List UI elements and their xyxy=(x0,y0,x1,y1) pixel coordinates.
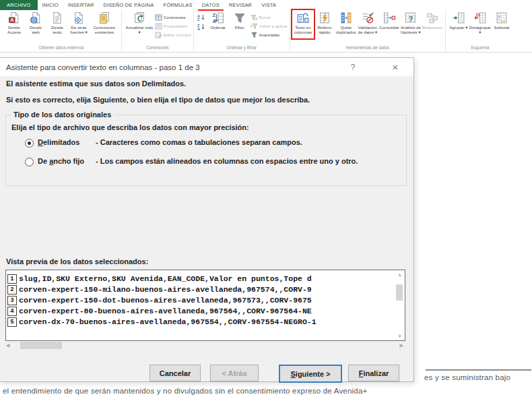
dialog-titlebar[interactable]: Asistente para convertir texto en column… xyxy=(0,58,413,76)
filter-funnel-icon xyxy=(233,11,246,24)
tab-diseno-de-pagina[interactable]: DISEÑO DE PÁGINA xyxy=(99,0,159,10)
relaciones-button[interactable]: Relaciones xyxy=(422,10,443,30)
group-obtener-datos-externos: A Desde Access Desde web Desde texto De … xyxy=(1,10,121,51)
preview-horizontal-scrollbar[interactable]: < > xyxy=(5,341,404,350)
row-number: 4 xyxy=(7,307,17,316)
edit-links-icon xyxy=(155,32,162,38)
volver-a-aplicar-button[interactable]: Volver a aplicar xyxy=(251,22,288,30)
vertical-scroll-thumb[interactable] xyxy=(396,284,403,301)
fixed-width-radio-option[interactable]: De ancho fijo - Los campos están alinead… xyxy=(25,157,392,166)
connections-icon xyxy=(155,14,162,21)
group-herramientas-de-datos: Texto en columnas Relleno rápido Quitar … xyxy=(290,10,445,51)
de-otras-fuentes-button[interactable]: De otras fuentes ▾ xyxy=(68,10,90,35)
row-number: 5 xyxy=(7,317,17,327)
svg-text:?: ? xyxy=(409,15,413,23)
delimited-radio-button[interactable] xyxy=(25,139,34,148)
editar-vinculos-button[interactable]: Editar vínculos xyxy=(155,30,191,39)
group-ordenar-y-filtrar: AZ ZA ZA Ordenar Filtro Borrar xyxy=(193,10,290,51)
preview-row: 2 corven-expert-150-milano-buenos-aires-… xyxy=(7,284,405,294)
fixed-width-radio-label: De ancho fijo xyxy=(38,157,96,165)
avanzadas-button[interactable]: Avanzadas xyxy=(251,30,288,39)
data-validation-icon xyxy=(361,11,374,24)
access-file-icon: A xyxy=(7,11,21,24)
analisis-de-hipotesis-button[interactable]: ? Análisis de hipótesis ▾ xyxy=(400,10,422,35)
group-label: Esquema xyxy=(448,44,512,51)
conexiones-button[interactable]: Conexiones xyxy=(155,13,191,22)
wizard-intro-line1: El asistente estima que sus datos son De… xyxy=(6,80,186,88)
refresh-all-icon xyxy=(133,11,146,24)
preview-row: 1 slug,ID,SKU Externo,SKU Avenida,EAN_CO… xyxy=(7,274,405,284)
cancel-button[interactable]: Cancelar xyxy=(149,365,201,381)
relleno-rapido-button[interactable]: Relleno rápido xyxy=(314,10,335,35)
scroll-down-icon[interactable]: < xyxy=(398,332,401,340)
background-text-fragment: es y se suministran bajo xyxy=(424,373,510,381)
delimited-radio-label: Delimitados xyxy=(38,138,96,146)
row-text: corven-expert-150-dot-buenos-aires-avell… xyxy=(19,296,312,305)
actualizar-todo-button[interactable]: Actualizar todo ▾ xyxy=(124,10,155,35)
group-cells-icon xyxy=(452,11,465,24)
text-to-columns-icon xyxy=(296,11,310,24)
group-esquema: Agrupar ▾ Desagrupar ▾ +- Subtotal Esque… xyxy=(445,10,514,51)
svg-text:A: A xyxy=(197,27,200,31)
row-number: 2 xyxy=(7,285,17,294)
preview-vertical-scrollbar[interactable]: < < xyxy=(395,271,404,340)
consolidar-button[interactable]: Consolidar xyxy=(378,10,400,30)
scroll-right-icon[interactable]: > xyxy=(399,341,403,350)
desde-access-button[interactable]: A Desde Access xyxy=(3,10,25,35)
delimited-radio-option[interactable]: Delimitados - Caracteres como comas o ta… xyxy=(25,138,392,148)
filtro-button[interactable]: Filtro xyxy=(229,10,251,30)
sort-az-ascending-button[interactable]: AZ xyxy=(196,13,206,22)
fixed-width-description: - Los campos están alineados en columnas… xyxy=(96,157,392,165)
tab-revisar[interactable]: REVISAR xyxy=(224,0,257,10)
scroll-up-icon[interactable]: < xyxy=(398,271,401,279)
texto-en-columnas-button[interactable]: Texto en columnas xyxy=(292,10,314,35)
what-if-analysis-icon: ? xyxy=(404,11,418,24)
groupbox-legend: Tipo de los datos originales xyxy=(11,111,114,119)
horizontal-scroll-thumb[interactable] xyxy=(20,342,62,349)
group-label: Herramientas de datos xyxy=(292,44,443,51)
scroll-left-icon[interactable]: < xyxy=(7,341,10,350)
tab-datos[interactable]: DATOS xyxy=(197,0,224,10)
finish-button[interactable]: Finalizar xyxy=(348,365,399,381)
borrar-filtro-button[interactable]: Borrar xyxy=(251,13,288,22)
remove-duplicates-icon xyxy=(339,11,353,24)
background-text-line: el entendimiento de que serán mantenidos… xyxy=(3,387,367,395)
desde-texto-button[interactable]: Desde texto xyxy=(46,10,68,35)
tab-inicio[interactable]: INICIO xyxy=(38,0,63,10)
wizard-intro-line2: Si esto es correcto, elija Siguiente, o … xyxy=(6,96,310,104)
group-label: Obtener datos externos xyxy=(3,44,119,51)
help-button[interactable]: ? xyxy=(343,58,363,76)
ungroup-cells-icon xyxy=(473,11,487,24)
group-label: Ordenar y filtrar xyxy=(196,44,288,51)
original-data-type-groupbox: Tipo de los datos originales Elija el ti… xyxy=(5,115,407,186)
text-to-columns-wizard-dialog: Asistente para convertir texto en column… xyxy=(0,57,414,382)
next-button[interactable]: Siguiente > xyxy=(279,365,342,383)
desde-web-button[interactable]: Desde web xyxy=(25,10,46,35)
sort-dialog-icon: ZA xyxy=(211,11,225,24)
flash-fill-icon xyxy=(318,11,331,24)
quitar-duplicados-button[interactable]: Quitar duplicados xyxy=(335,10,357,35)
agrupar-button[interactable]: Agrupar ▾ xyxy=(448,10,469,30)
propiedades-button[interactable]: Propiedades xyxy=(155,22,191,30)
group-label: Conexiones xyxy=(124,44,191,51)
fixed-width-radio-button[interactable] xyxy=(25,158,34,166)
tab-archivo[interactable]: ARCHIVO xyxy=(0,0,38,10)
tab-insertar[interactable]: INSERTAR xyxy=(63,0,99,10)
conexiones-existentes-button[interactable]: Conexiones existentes xyxy=(90,10,119,35)
file-type-prompt: Elija el tipo de archivo que describa lo… xyxy=(11,123,249,131)
sort-za-descending-button[interactable]: ZA xyxy=(196,22,206,32)
consolidate-icon xyxy=(383,11,396,24)
tab-vista[interactable]: VISTA xyxy=(257,0,281,10)
row-number: 3 xyxy=(7,296,17,305)
sort-za-icon: ZA xyxy=(197,23,205,31)
close-button[interactable]: × xyxy=(385,58,405,76)
validacion-de-datos-button[interactable]: Validación de datos ▾ xyxy=(357,10,378,35)
ordenar-button[interactable]: ZA Ordenar xyxy=(207,10,229,30)
tab-formulas[interactable]: FÓRMULAS xyxy=(158,0,197,10)
subtotal-button[interactable]: +- Subtotal xyxy=(491,10,512,30)
existing-connections-icon xyxy=(98,11,111,24)
back-button[interactable]: < Atrás xyxy=(210,365,259,381)
sort-az-icon: AZ xyxy=(197,13,205,22)
svg-text:-: - xyxy=(498,17,500,21)
desagrupar-button[interactable]: Desagrupar ▾ xyxy=(469,10,491,35)
